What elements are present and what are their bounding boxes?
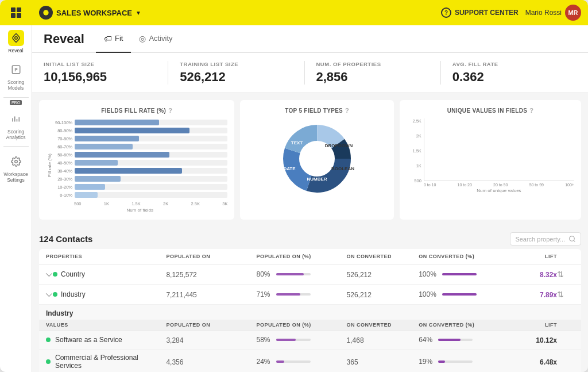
col-header-lift: LIFT <box>509 254 557 259</box>
commercial-name: Commercial & Professional Services <box>55 354 166 370</box>
search-icon <box>568 235 576 243</box>
unique-values-chart-title: UNIQUE VALUES IN FIELDS ? <box>407 107 574 114</box>
metric-training-list: TRAINING LIST SIZE 526,212 <box>168 61 304 85</box>
metric-training-list-label: TRAINING LIST SIZE <box>180 61 292 67</box>
question-icon: ? <box>441 7 451 18</box>
dropdown-arrow-icon: ▼ <box>136 10 141 16</box>
sidebar-item-scoring-analytics[interactable]: Scoring Analytics <box>0 106 32 144</box>
country-expand-toggle[interactable] <box>46 271 51 278</box>
unique-values-chart: UNIQUE VALUES IN FIELDS ? 2.5K 2K 1.5K 1… <box>400 100 581 220</box>
commercial-dot <box>46 359 51 364</box>
metrics-row: INITIAL LIST SIZE 10,156,965 TRAINING LI… <box>32 53 588 93</box>
table-area: 124 Contacts Search property... PROPERTI… <box>32 227 588 372</box>
commercial-converted: 365 <box>347 356 419 367</box>
fill-rate-bar-row: 40-50% <box>52 159 227 167</box>
brand-area[interactable]: SALES WORKSPACE ▼ <box>39 6 141 20</box>
unique-values-bars <box>424 118 574 181</box>
sub-col-actions <box>557 322 574 328</box>
country-on-converted: 526,212 <box>347 269 419 279</box>
fit-tab-icon: 🏷 <box>104 34 112 43</box>
fill-rate-bar-row: 90-100% <box>52 118 227 126</box>
sub-col-converted: ON CONVERTED <box>347 322 419 328</box>
col-header-converted-pct: ON CONVERTED (%) <box>419 254 509 259</box>
svg-rect-0 <box>11 7 16 12</box>
table-header-row: 124 Contacts Search property... <box>39 227 581 249</box>
svg-rect-3 <box>17 13 21 18</box>
top5-help-icon[interactable]: ? <box>345 107 349 114</box>
svg-point-26 <box>570 236 575 241</box>
activity-tab-icon: ◎ <box>139 34 146 43</box>
saas-name: Software as a Service <box>55 336 122 344</box>
unique-values-x-title: Num of unique values <box>424 188 574 193</box>
brand-icon <box>39 6 53 20</box>
fit-tab-label: Fit <box>115 34 123 43</box>
svg-point-4 <box>14 37 17 40</box>
country-dot <box>53 272 57 277</box>
industry-dot <box>53 292 57 297</box>
fill-rate-x-title: Num of fields <box>52 208 227 213</box>
svg-rect-1 <box>17 7 21 12</box>
fill-rate-chart-title: FIELDS FILL RATE (%) ? <box>46 107 227 114</box>
commercial-lift: 6.48x <box>509 356 557 367</box>
search-placeholder-text: Search property... <box>515 236 565 243</box>
sidebar-item-workspace-settings[interactable]: Workspace Settings <box>0 149 32 186</box>
search-box[interactable]: Search property... <box>510 232 581 246</box>
industry-lift: 7.89x <box>509 289 557 300</box>
app-logo[interactable] <box>0 0 32 25</box>
country-row-action[interactable]: ⇅ <box>557 269 574 279</box>
sidebar-item-reveal[interactable]: Reveal <box>0 25 32 57</box>
metric-num-properties: NUM. OF PROPERTIES 2,856 <box>304 61 440 85</box>
unique-values-x-axis: 0 to 10 10 to 20 20 to 50 50 to 99 100+ <box>424 181 574 187</box>
charts-area: FIELDS FILL RATE (%) ? Fill rate (%) 90-… <box>32 93 588 227</box>
industry-row-action[interactable]: ⇅ <box>557 289 574 300</box>
saas-populated: 3,284 <box>166 335 256 345</box>
industry-expand-toggle[interactable] <box>46 292 51 298</box>
sidebar-scoring-models-label: Scoring Models <box>2 79 29 91</box>
sidebar-workspace-settings-label: Workspace Settings <box>2 171 29 183</box>
svg-text:TEXT: TEXT <box>291 140 303 145</box>
tab-activity[interactable]: ◎ Activity <box>131 25 180 53</box>
data-table: PROPERTIES POPULATED ON POPULATED ON (%)… <box>39 249 581 372</box>
fill-rate-bar-row: 70-80% <box>52 135 227 143</box>
industry-on-converted: 526,212 <box>347 289 419 300</box>
unique-values-help-icon[interactable]: ? <box>529 107 533 114</box>
commercial-populated-pct: 24% <box>256 358 346 366</box>
top5-chart-title: TOP 5 FIELD TYPES ? <box>247 107 386 114</box>
fill-rate-help-icon[interactable]: ? <box>168 107 172 114</box>
user-menu[interactable]: Mario Rossi MR <box>525 5 581 21</box>
sub-col-lift: LIFT <box>509 322 557 328</box>
tab-fit[interactable]: 🏷 Fit <box>96 25 131 53</box>
svg-text:DATE: DATE <box>284 166 296 171</box>
svg-text:NUMBER: NUMBER <box>307 177 327 182</box>
sidebar-scoring-analytics-label: Scoring Analytics <box>2 129 29 140</box>
country-lift: 8.32x <box>509 269 557 279</box>
donut-chart-svg: TEXT DROPDOWN BOOLEAN NUMBER DATE <box>271 118 363 199</box>
metric-avg-fill-rate-label: AVG. FILL RATE <box>452 61 565 67</box>
industry-populated-on: 7,211,445 <box>166 289 256 300</box>
table-row: Industry 7,211,445 71% 526,212 100% 7.89… <box>39 285 581 305</box>
sidebar: Reveal Scoring Models PRO <box>0 0 32 372</box>
sub-table-col-headers: VALUES POPULATED ON POPULATED ON (%) ON … <box>39 320 581 331</box>
fill-rate-bar-row: 80-90% <box>52 126 227 135</box>
saas-populated-pct: 58% <box>256 336 346 344</box>
metric-avg-fill-rate-value: 0.362 <box>452 70 565 85</box>
metric-num-properties-value: 2,856 <box>316 70 429 85</box>
fill-rate-bar-row: 0-10% <box>52 191 227 199</box>
metric-training-list-value: 526,212 <box>180 70 292 85</box>
fill-rate-bar-row: 50-60% <box>52 151 227 159</box>
fill-rate-y-axis-title: Fill rate (%) <box>46 118 52 213</box>
sidebar-item-scoring-models[interactable]: Scoring Models <box>0 57 32 94</box>
svg-point-13 <box>14 160 17 163</box>
commercial-converted-pct: 19% <box>419 358 509 366</box>
sub-col-populated: POPULATED ON <box>166 322 256 328</box>
brand-name: SALES WORKSPACE <box>56 9 132 17</box>
sub-col-values: VALUES <box>46 322 166 328</box>
fill-rate-chart: FIELDS FILL RATE (%) ? Fill rate (%) 90-… <box>39 100 234 220</box>
svg-point-14 <box>43 10 48 15</box>
support-center-button[interactable]: ? SUPPORT CENTER <box>441 7 519 18</box>
industry-sub-table: Industry VALUES POPULATED ON POPULATED O… <box>39 305 581 372</box>
col-header-on-converted: ON CONVERTED <box>347 254 419 259</box>
sub-table-row: Commercial & Professional Services 4,356… <box>39 350 581 372</box>
country-row-name: Country <box>61 270 85 278</box>
fill-rate-bar-row: 30-40% <box>52 167 227 175</box>
